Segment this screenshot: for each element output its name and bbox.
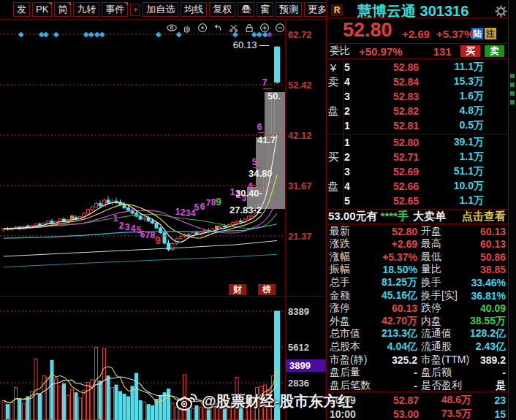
stat-value: 389.2 (468, 354, 506, 366)
event-diamond[interactable]: ◆ (18, 31, 24, 38)
level-number: 1 (344, 137, 354, 148)
toolbar-button-7[interactable]: 均线 (181, 2, 207, 17)
buy-row-3[interactable]: 352.6951.1万 (327, 164, 509, 179)
event-diamond[interactable]: ◆ (232, 31, 238, 38)
price-axis: 62.7252.4242.1231.6721.37 (288, 20, 325, 298)
level-number: 5 (344, 195, 354, 207)
edge-green-bars (510, 69, 515, 106)
event-diamond[interactable]: ◆ (156, 31, 162, 38)
stat-value: 213.3亿 (372, 327, 417, 340)
buy-row-1[interactable]: 152.8039.1万 (327, 135, 509, 150)
badge-finance[interactable]: 财 (229, 284, 246, 295)
stat-label: 涨幅 (330, 251, 372, 264)
stat-row: 总股本4.04亿流通股2.43亿 (330, 340, 506, 353)
bottom-clipped-text: ● ▬▬▬ ▬▬ ● ▬▬▬▬ ▬▬ ● ▬▬▬ ▬▬▬ (6, 417, 247, 420)
ticker-price-text: 53.00元有 (328, 210, 378, 224)
toolbar-button-2[interactable]: PK (32, 2, 52, 17)
volume-axis-label: 5612 (288, 342, 309, 353)
toolbar-button-9[interactable]: 叠 (238, 2, 254, 17)
sell-row-2[interactable]: 盘252.824.8万 (327, 104, 509, 118)
event-diamond[interactable]: ◆ (88, 31, 94, 38)
sell-row-3[interactable]: 352.831.6万 (327, 89, 509, 104)
stat-label: 盘后笔数 (330, 379, 372, 392)
level-number: 2 (344, 151, 354, 163)
tick-volume: 48.6万 (419, 394, 471, 407)
r-badge: R (331, 4, 343, 16)
price-axis-label: 21.37 (288, 231, 312, 242)
toolbar-button-8[interactable]: 复权 (209, 2, 235, 17)
badge-lu[interactable]: 陆 (471, 28, 483, 39)
stat-row: 振幅18.50%量比38.85 (330, 264, 506, 276)
sell-row-5[interactable]: ¥552.8611.1万 (327, 60, 509, 75)
toolbar-button-6[interactable]: 加自选 (143, 2, 178, 17)
ticker-type: 大卖单 (413, 210, 446, 224)
stat-value: 42.70万 (372, 315, 417, 328)
stat-label: 涨停 (330, 302, 372, 315)
order-price: 52.71 (354, 151, 419, 163)
event-diamond[interactable]: ◆ (99, 31, 105, 38)
sell-button[interactable]: 卖 (485, 45, 504, 57)
toolbar-button-11[interactable]: 预测 (276, 2, 302, 17)
svg-text:7: 7 (145, 230, 151, 240)
event-diamond[interactable]: ◆ (176, 31, 182, 38)
gear-icon[interactable] (495, 5, 507, 18)
stat-value: 50.86 (468, 251, 506, 263)
svg-text:6: 6 (140, 229, 145, 240)
svg-text:1: 1 (230, 187, 235, 197)
order-price: 52.86 (354, 61, 419, 73)
stat-label: 开盘 (421, 225, 468, 238)
sell-order-book: ¥552.8611.1万卖452.8415.3万352.831.6万盘252.8… (327, 60, 509, 133)
stat-label: 振幅 (330, 263, 372, 276)
tick-count: 15 (471, 408, 506, 420)
stat-value: 33.46% (468, 277, 506, 289)
svg-text:2: 2 (181, 207, 186, 218)
event-diamond[interactable]: ◆ (257, 31, 262, 38)
stat-value: 40.09 (468, 302, 506, 314)
sell-row-1[interactable]: 152.810.5万 (327, 118, 509, 133)
stat-label: 量比 (421, 263, 468, 276)
stat-value: - (468, 367, 506, 378)
event-marker (70, 215, 74, 219)
event-diamond-purple[interactable]: ◆ (267, 31, 273, 38)
order-volume: 15.3万 (419, 75, 484, 88)
stat-label: 换手[实] (421, 289, 468, 302)
level-number: 5 (344, 61, 354, 73)
svg-text:9: 9 (155, 234, 161, 246)
buy-button[interactable]: 买 (460, 45, 480, 57)
stat-value: 38.85 (468, 264, 506, 275)
stat-value: 38.55万 (468, 315, 506, 328)
level-number: 3 (344, 91, 354, 102)
toolbar-button-4[interactable]: 九转 (73, 2, 99, 17)
stat-value: +5.37% (372, 251, 417, 263)
big-order-ticker[interactable]: 53.00元有 ****手 大卖单 点击查看 (328, 210, 507, 223)
candles-group (2, 46, 280, 251)
toolbar-button-10[interactable]: 窗 (257, 2, 273, 17)
event-diamond[interactable]: ◆ (43, 31, 49, 38)
event-dropdown-caret[interactable]: ▼ (130, 4, 140, 16)
event-diamond[interactable]: ◆ (53, 31, 59, 38)
tick-price: 53.00 (368, 408, 419, 420)
svg-text:27.83-2: 27.83-2 (229, 205, 262, 215)
buy-row-5[interactable]: 552.651.1万 (327, 194, 509, 208)
weibi-label: 委比 (330, 45, 350, 58)
buy-row-2[interactable]: 买252.711.1万 (327, 150, 509, 164)
buy-row-4[interactable]: 盘452.6610.0万 (327, 179, 509, 194)
stat-label: 涨跌 (330, 237, 372, 251)
trade-tick-list[interactable]: 10:0952.8748.6万2310:0053.0073.5万15 (330, 393, 506, 420)
badge-zhu[interactable]: 注 (485, 28, 496, 39)
stat-row: 最新52.80开盘60.13 (330, 225, 506, 237)
svg-text:34.80: 34.80 (248, 168, 273, 179)
badge-rank[interactable]: 榜 (258, 284, 276, 295)
toolbar-button-1[interactable]: 发 (13, 2, 30, 17)
volume-axis-label: 8389 (288, 306, 309, 317)
price-axis-label: 31.67 (288, 180, 312, 191)
stat-row: 盘后笔数-是否盈利是 (330, 379, 506, 392)
sell-row-4[interactable]: 卖452.8415.3万 (327, 75, 509, 89)
stat-label: 换手 (421, 276, 468, 289)
toolbar-button-3[interactable]: 简 (54, 2, 71, 17)
toolbar-button-5[interactable]: 事件 (102, 2, 128, 17)
candlestick-chart[interactable]: 1234567891234567891234567————50.41.734.8… (0, 20, 285, 296)
high-price-callout: 60.13 — (233, 39, 269, 50)
svg-text:2: 2 (119, 221, 124, 231)
weicha-value: 131 (433, 45, 452, 58)
